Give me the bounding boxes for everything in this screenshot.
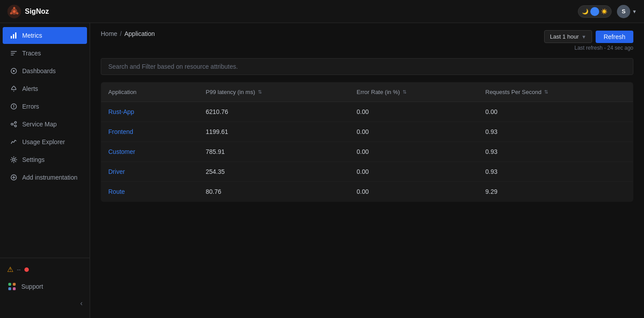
usage-explorer-icon bbox=[10, 138, 18, 146]
sidebar-item-service-map[interactable]: Service Map bbox=[3, 116, 87, 133]
sidebar-item-alerts[interactable]: Alerts bbox=[3, 80, 87, 97]
app-link-0[interactable]: Rust-App bbox=[108, 108, 134, 115]
app-name: SigNoz bbox=[25, 8, 49, 16]
service-map-icon bbox=[10, 120, 18, 128]
breadcrumb: Home / Application bbox=[101, 30, 155, 37]
sidebar-item-errors[interactable]: Errors bbox=[3, 98, 87, 115]
cell-app-3: Driver bbox=[101, 162, 199, 182]
svg-rect-7 bbox=[13, 34, 14, 39]
app-link-1[interactable]: Frontend bbox=[108, 128, 133, 135]
cell-rps-0: 0.00 bbox=[478, 102, 633, 122]
col-header-rps[interactable]: Requests Per Second ⇅ bbox=[478, 82, 633, 102]
search-container bbox=[90, 55, 644, 82]
sort-icon-rps: ⇅ bbox=[544, 89, 548, 95]
main-content: Home / Application Last 1 hour ▼ Refresh… bbox=[90, 23, 644, 318]
svg-rect-8 bbox=[15, 32, 16, 39]
svg-point-4 bbox=[16, 12, 19, 14]
cell-app-4: Route bbox=[101, 182, 199, 202]
svg-line-21 bbox=[13, 123, 15, 124]
svg-point-3 bbox=[13, 7, 16, 9]
topbar-controls: 🌙 ☀️ S ▼ bbox=[578, 5, 637, 18]
app-link-4[interactable]: Route bbox=[108, 188, 125, 195]
svg-rect-30 bbox=[13, 287, 16, 290]
user-avatar-dropdown[interactable]: S ▼ bbox=[617, 5, 637, 18]
sidebar-item-dashboards[interactable]: Dashboards bbox=[3, 63, 87, 79]
sidebar-item-service-map-label: Service Map bbox=[22, 121, 57, 128]
sidebar-item-add-instrumentation[interactable]: Add instrumentation bbox=[3, 169, 87, 186]
signoz-logo-icon bbox=[7, 4, 21, 19]
svg-point-23 bbox=[13, 159, 15, 161]
svg-rect-27 bbox=[8, 283, 11, 286]
cell-rps-2: 0.93 bbox=[478, 142, 633, 162]
sidebar-item-traces[interactable]: Traces bbox=[3, 45, 87, 62]
sidebar-bottom: ⚠ -- Support ‹ bbox=[0, 258, 90, 314]
header-controls-top: Last 1 hour ▼ Refresh bbox=[544, 30, 633, 43]
toggle-knob bbox=[590, 7, 599, 16]
cell-p99-2: 785.91 bbox=[199, 142, 350, 162]
header-controls: Last 1 hour ▼ Refresh Last refresh - 24 … bbox=[544, 30, 633, 51]
sun-icon: ☀️ bbox=[601, 8, 608, 15]
alerts-icon bbox=[10, 85, 18, 93]
table-row: Route 80.76 0.00 9.29 bbox=[101, 182, 633, 202]
time-selector-chevron-icon: ▼ bbox=[581, 34, 586, 39]
cell-p99-1: 1199.61 bbox=[199, 122, 350, 142]
sidebar-item-settings-label: Settings bbox=[22, 156, 45, 163]
theme-toggle-button[interactable]: 🌙 ☀️ bbox=[578, 5, 612, 18]
sidebar-item-traces-label: Traces bbox=[22, 50, 41, 57]
cell-rps-4: 9.29 bbox=[478, 182, 633, 202]
sidebar-item-usage-explorer-label: Usage Explorer bbox=[22, 138, 65, 145]
status-text: -- bbox=[17, 266, 21, 273]
errors-icon bbox=[10, 102, 18, 110]
support-label: Support bbox=[21, 283, 43, 290]
breadcrumb-separator: / bbox=[120, 30, 122, 37]
logo-area: SigNoz bbox=[7, 4, 49, 19]
app-link-2[interactable]: Customer bbox=[108, 148, 135, 155]
last-refresh-text: Last refresh - 24 sec ago bbox=[574, 45, 633, 51]
svg-point-5 bbox=[10, 12, 12, 14]
col-header-errorrate[interactable]: Error Rate (in %) ⇅ bbox=[350, 82, 478, 102]
time-range-selector[interactable]: Last 1 hour ▼ bbox=[544, 30, 592, 43]
cell-error-4: 0.00 bbox=[350, 182, 478, 202]
svg-line-22 bbox=[13, 125, 15, 126]
cell-error-2: 0.00 bbox=[350, 142, 478, 162]
sidebar-item-usage-explorer[interactable]: Usage Explorer bbox=[3, 133, 87, 150]
svg-point-20 bbox=[15, 125, 16, 127]
table-row: Driver 254.35 0.00 0.93 bbox=[101, 162, 633, 182]
settings-icon bbox=[10, 156, 18, 164]
svg-point-19 bbox=[15, 122, 16, 123]
table-row: Customer 785.91 0.00 0.93 bbox=[101, 142, 633, 162]
status-bar: ⚠ -- bbox=[0, 262, 90, 277]
cell-app-1: Frontend bbox=[101, 122, 199, 142]
svg-point-18 bbox=[11, 123, 13, 125]
svg-point-13 bbox=[13, 70, 15, 72]
table-container: Application P99 latency (in ms) ⇅ Error … bbox=[90, 82, 644, 318]
time-range-value: Last 1 hour bbox=[550, 33, 579, 40]
cell-p99-0: 6210.76 bbox=[199, 102, 350, 122]
slack-icon bbox=[7, 282, 17, 291]
col-header-p99latency[interactable]: P99 latency (in ms) ⇅ bbox=[199, 82, 350, 102]
dashboards-icon bbox=[10, 67, 18, 75]
warning-icon: ⚠ bbox=[7, 265, 13, 274]
sidebar-item-metrics-label: Metrics bbox=[22, 32, 42, 39]
collapse-icon: ‹ bbox=[80, 299, 83, 307]
app-link-3[interactable]: Driver bbox=[108, 168, 125, 175]
red-status-dot bbox=[24, 267, 29, 272]
cell-p99-3: 254.35 bbox=[199, 162, 350, 182]
sidebar-item-support[interactable]: Support bbox=[0, 277, 90, 296]
svg-point-17 bbox=[13, 107, 14, 108]
table-header: Application P99 latency (in ms) ⇅ Error … bbox=[101, 82, 633, 102]
svg-rect-6 bbox=[11, 36, 12, 39]
chevron-down-icon: ▼ bbox=[632, 9, 637, 14]
sidebar-collapse-button[interactable]: ‹ bbox=[0, 296, 90, 311]
sidebar-item-settings[interactable]: Settings bbox=[3, 151, 87, 168]
sidebar-item-metrics[interactable]: Metrics bbox=[3, 27, 87, 44]
sidebar: Metrics Traces Dashboards Alerts bbox=[0, 23, 90, 318]
search-input[interactable] bbox=[101, 58, 633, 75]
sidebar-item-add-instrumentation-label: Add instrumentation bbox=[22, 174, 78, 181]
breadcrumb-home[interactable]: Home bbox=[101, 30, 117, 37]
refresh-button[interactable]: Refresh bbox=[596, 31, 633, 43]
avatar: S bbox=[617, 5, 630, 18]
sort-icon-latency: ⇅ bbox=[258, 89, 262, 95]
cell-rps-3: 0.93 bbox=[478, 162, 633, 182]
topbar: SigNoz 🌙 ☀️ S ▼ bbox=[0, 0, 644, 23]
